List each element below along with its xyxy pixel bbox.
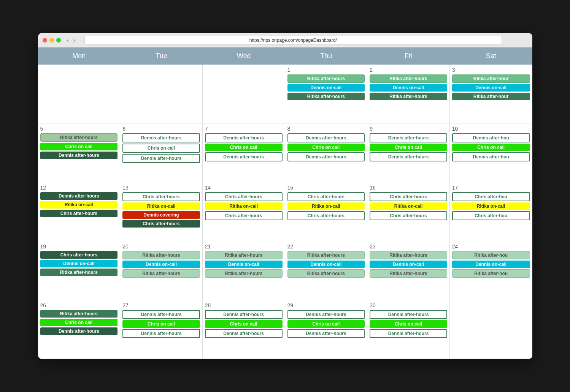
calendar-event[interactable]: Ritika on-call [287, 202, 365, 210]
calendar-event[interactable]: Dennis after-hours [287, 133, 365, 142]
calendar-event[interactable]: Ritika after-hours [370, 74, 447, 83]
calendar-event[interactable]: Chris on call [452, 144, 530, 151]
calendar-cell: 17Chris after-houRitika on-callChris aft… [450, 182, 532, 241]
calendar-event[interactable]: Dennis after-hours [40, 152, 118, 159]
calendar-cell: 30Dennis after-hoursChris on callDennis … [367, 300, 450, 359]
calendar-cell: 14Chris after-hoursRitika on-callChris a… [203, 182, 285, 241]
calendar-event[interactable]: Dennis after-hours [370, 310, 447, 319]
address-bar[interactable]: https://nps.onpage.com/onpageDashboard/ [84, 36, 502, 45]
calendar-event[interactable]: Ritika on-call [452, 202, 530, 210]
back-button[interactable]: ‹ [65, 36, 70, 44]
calendar-event[interactable]: Ritika after-hour [452, 74, 530, 83]
calendar-event[interactable]: Ritika after-hours [40, 269, 118, 276]
calendar-event[interactable]: Dennis on-call [370, 261, 447, 268]
calendar-event[interactable]: Ritika after-hou [452, 269, 530, 278]
calendar-event[interactable]: Chris on call [205, 144, 283, 151]
calendar-event[interactable]: Dennis on-call [122, 261, 200, 268]
calendar-event[interactable]: Dennis after-hours [370, 329, 447, 338]
calendar-event[interactable]: Chris on call [287, 320, 365, 328]
calendar-event[interactable]: Ritika after-hours [122, 269, 200, 278]
calendar-event[interactable]: Dennis on-call [287, 261, 365, 268]
calendar-event[interactable]: Ritika after-hours [122, 251, 200, 259]
calendar-event[interactable]: Ritika on-call [122, 202, 200, 210]
calendar-event[interactable]: Chris after-hours [122, 192, 200, 201]
calendar-event[interactable]: Dennis after-hours [40, 192, 118, 200]
cell-date: 19 [40, 243, 118, 250]
calendar-event[interactable]: Chris after-hours [370, 192, 447, 201]
calendar-event[interactable]: Dennis on-call [452, 84, 530, 92]
calendar-event[interactable]: Chris after-hou [452, 211, 530, 220]
calendar-event[interactable]: Ritika on-call [370, 202, 447, 210]
calendar-event[interactable]: Ritika after-hours [40, 133, 118, 142]
calendar-event[interactable]: Chris after-hours [287, 192, 365, 201]
calendar-event[interactable]: Dennis after-hours [122, 310, 200, 319]
calendar-event[interactable]: Ritika on-call [40, 201, 118, 209]
calendar-event[interactable]: Dennis after-hours [287, 310, 365, 319]
calendar-event[interactable]: Chris after-hou [452, 192, 530, 201]
calendar-event[interactable]: Dennis after-hours [370, 152, 447, 161]
calendar-event[interactable]: Ritika after-hour [452, 93, 530, 100]
calendar-event[interactable]: Ritika after-hours [205, 251, 283, 259]
calendar-event[interactable]: Dennis after-hours [287, 152, 365, 161]
calendar-event[interactable]: Dennis on-call [370, 84, 447, 92]
calendar-event[interactable]: Ritika on-call [205, 202, 283, 210]
calendar-event[interactable]: Dennis after-hours [370, 133, 447, 142]
calendar-event[interactable]: Ritika after-hours [40, 310, 118, 318]
cell-date: 7 [205, 126, 283, 132]
calendar-event[interactable]: Dennis after-hours [205, 133, 283, 142]
calendar-event[interactable]: Dennis after-hou [452, 133, 530, 142]
calendar-cell: 28Dennis after-hoursChris on callDennis … [203, 300, 285, 359]
calendar-event[interactable]: Ritika after-hours [287, 74, 365, 83]
calendar-event[interactable]: Ritika after-hours [370, 93, 447, 100]
calendar-event[interactable]: Chris after-hours [287, 211, 365, 220]
calendar-event[interactable]: Chris on call [122, 320, 200, 328]
cell-date: 14 [205, 185, 283, 191]
calendar-event[interactable]: Dennis covering [122, 211, 200, 219]
calendar-event[interactable]: Dennis on-call [452, 261, 530, 268]
calendar-event[interactable]: Dennis on-call [205, 261, 283, 268]
calendar-event[interactable]: Ritika after-hours [370, 269, 447, 278]
calendar-event[interactable]: Ritika after-hours [205, 269, 283, 278]
calendar-event[interactable]: Dennis after-hours [122, 329, 200, 338]
calendar-event[interactable]: Chris on call [40, 143, 118, 150]
calendar-event[interactable]: Dennis after-hours [287, 329, 365, 338]
calendar-event[interactable]: Chris after-hours [370, 211, 447, 220]
cell-date: 5 [40, 126, 118, 132]
calendar-event[interactable]: Ritika after-hou [452, 251, 530, 259]
calendar-event[interactable]: Dennis on-call [40, 260, 118, 267]
calendar-event[interactable]: Dennis after-hours [40, 327, 118, 335]
calendar-event[interactable]: Ritika after-hours [287, 251, 365, 259]
calendar-event[interactable]: Chris after-hours [122, 220, 200, 228]
calendar-event[interactable]: Chris after-hours [205, 211, 283, 220]
cell-date: 28 [205, 302, 283, 308]
dot-green[interactable] [56, 38, 61, 43]
calendar-event[interactable]: Ritika after-hours [287, 269, 365, 278]
calendar-event[interactable]: Dennis after-hours [122, 133, 200, 142]
calendar-event[interactable]: Ritika after-hours [370, 251, 447, 259]
calendar-event[interactable]: Chris on call [370, 320, 447, 328]
calendar-event[interactable]: Chris on call [287, 144, 365, 151]
calendar-event[interactable]: Dennis on-call [287, 84, 365, 92]
calendar-event[interactable]: Chris on call [40, 319, 118, 326]
calendar-event[interactable]: Dennis after-hours [205, 152, 283, 161]
calendar-event[interactable]: Chris on call [370, 144, 447, 151]
calendar-event[interactable]: Dennis after-hours [205, 329, 283, 338]
browser-nav: ‹ › [65, 36, 77, 44]
calendar-event[interactable]: Chris after-hours [40, 251, 118, 259]
calendar-event[interactable]: Dennis after-hours [122, 154, 200, 163]
cell-date: 1 [287, 67, 365, 73]
calendar-cell: 9Dennis after-hoursChris on callDennis a… [367, 123, 450, 182]
dot-yellow[interactable] [49, 38, 54, 43]
dot-red[interactable] [43, 38, 47, 43]
calendar-event[interactable]: Chris after-hours [40, 210, 118, 217]
calendar-cell: 2Ritika after-hoursDennis on-callRitika … [367, 65, 450, 123]
calendar-event[interactable]: Ritika after-hours [287, 93, 365, 100]
cell-date: 9 [370, 126, 447, 132]
calendar-event[interactable]: Chris on call [205, 320, 283, 328]
cell-date: 16 [370, 185, 447, 191]
calendar-event[interactable]: Dennis after-hou [452, 152, 530, 161]
calendar-event[interactable]: Chris after-hours [205, 192, 283, 201]
forward-button[interactable]: › [72, 36, 77, 44]
calendar-event[interactable]: Dennis after-hours [205, 310, 283, 319]
calendar-event[interactable]: Chris on call [122, 144, 200, 153]
